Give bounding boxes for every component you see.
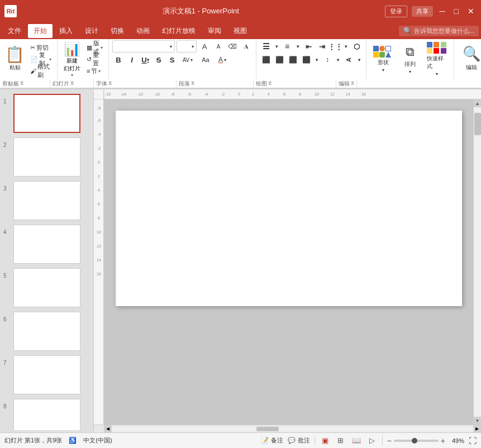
slide-item-4[interactable]: 4 <box>0 222 93 266</box>
font-name-select[interactable]: ▾ <box>112 40 175 53</box>
indent-less-button[interactable]: ⇤ <box>302 40 315 53</box>
zoom-in-button[interactable]: + <box>441 436 445 445</box>
close-button[interactable]: ✕ <box>465 7 477 16</box>
decrease-font-button[interactable]: A <box>212 40 225 53</box>
menu-design[interactable]: 设计 <box>79 24 104 38</box>
editing-label[interactable]: 编辑 ⧖ <box>336 79 357 88</box>
scroll-left-button[interactable]: ◀ <box>104 425 112 433</box>
slide-item-3[interactable]: 3 <box>0 179 93 222</box>
zoom-level[interactable]: 49% <box>447 437 464 444</box>
font-size-select[interactable]: ▾ <box>177 40 197 53</box>
accessibility-button[interactable]: ♿ <box>69 437 77 444</box>
zoom-slider[interactable] <box>394 440 439 442</box>
menu-insert[interactable]: 插入 <box>54 24 78 38</box>
font-color-button[interactable]: A ▾ <box>215 54 230 66</box>
arrange-button[interactable]: ⧉ 排列 ▾ <box>399 41 421 77</box>
scroll-track[interactable] <box>474 107 482 417</box>
clipboard-label[interactable]: 剪贴板 ⧖ <box>0 79 50 88</box>
zoom-out-button[interactable]: − <box>387 436 392 445</box>
svg-text:-4: -4 <box>204 92 208 96</box>
align-right-button[interactable]: ⬛ <box>287 54 299 66</box>
notes-button[interactable]: 📝 备注 <box>261 436 283 445</box>
numbering-dropdown[interactable]: ▾ <box>294 40 301 53</box>
indent-more-button[interactable]: ⇥ <box>316 40 328 53</box>
align-left-button[interactable]: ⬛ <box>260 54 272 66</box>
drawing-label[interactable]: 绘图 ⧖ <box>254 79 336 88</box>
increase-font-button[interactable]: A <box>198 40 211 53</box>
text-direction-dropdown[interactable]: ▾ <box>356 54 363 66</box>
menu-review[interactable]: 审阅 <box>202 24 227 38</box>
scroll-right-button[interactable]: ▶ <box>473 425 481 433</box>
menu-home[interactable]: 开始 <box>28 24 53 38</box>
align-dropdown[interactable]: ▾ <box>313 54 320 66</box>
menu-slideshow[interactable]: 幻灯片放映 <box>156 24 201 38</box>
view-reading-button[interactable]: 📖 <box>351 435 362 446</box>
svg-text:-12: -12 <box>137 92 143 96</box>
menu-transitions[interactable]: 切换 <box>105 24 130 38</box>
view-sorter-button[interactable]: ⊞ <box>335 435 346 446</box>
new-slide-button[interactable]: 📊 新建 幻灯片 ▾ <box>61 41 83 77</box>
menu-file[interactable]: 文件 <box>2 24 27 38</box>
title-bar-left: Rit <box>4 5 17 17</box>
share-button[interactable]: 共享 <box>412 6 433 17</box>
bullets-dropdown[interactable]: ▾ <box>273 40 280 53</box>
italic-button[interactable]: I <box>126 54 138 66</box>
fit-slide-button[interactable]: ⛶ <box>469 436 477 445</box>
h-scroll-track[interactable]: ◀ ▶ <box>104 425 481 432</box>
spacing-button[interactable]: AV▾ <box>179 54 196 66</box>
columns-dropdown[interactable]: ▾ <box>342 40 349 53</box>
slide-item-2[interactable]: 2 <box>0 135 93 179</box>
text-direction-button[interactable]: A <box>342 54 355 66</box>
scroll-up-button[interactable]: ▲ <box>474 99 482 107</box>
line-spacing-button[interactable]: ↕ <box>321 54 334 66</box>
slide-canvas-area[interactable] <box>104 99 473 425</box>
app-icon: Rit <box>4 5 17 17</box>
section-button[interactable]: ≡ 节 ▾ <box>84 65 105 77</box>
h-scroll-thumb[interactable] <box>256 427 279 431</box>
underline-button[interactable]: U▾ <box>139 54 151 66</box>
align-center-button[interactable]: ⬛ <box>273 54 285 66</box>
comments-button[interactable]: 💬 批注 <box>288 436 310 445</box>
slide-item-6[interactable]: 6 <box>0 309 93 353</box>
language-indicator[interactable]: 中文(中国) <box>83 436 112 445</box>
view-normal-button[interactable]: ▣ <box>320 435 331 446</box>
slide-item-8[interactable]: 8 <box>0 397 93 430</box>
menu-animations[interactable]: 动画 <box>131 24 155 38</box>
reset-button[interactable]: ↺ 重置 <box>84 54 105 65</box>
slides-label[interactable]: 幻灯片 ⧖ <box>50 79 94 88</box>
columns-button[interactable]: ⋮⋮ <box>329 40 341 53</box>
maximize-button[interactable]: □ <box>452 7 461 16</box>
font-color-picker[interactable]: 𝐀 <box>240 40 253 53</box>
numbering-button[interactable]: ≡ <box>281 40 293 53</box>
ribbon-search-bar[interactable]: 🔍 告诉我您想要做什么... <box>399 26 479 36</box>
bullets-button[interactable]: ☰ <box>260 40 272 53</box>
font-label[interactable]: 字体 ⧖ <box>94 79 177 88</box>
format-painter-button[interactable]: 🖌 格式刷 <box>28 65 54 77</box>
bold-button[interactable]: B <box>112 54 125 66</box>
minimize-button[interactable]: ─ <box>437 7 447 16</box>
clear-format-button[interactable]: ⌫ <box>226 40 239 53</box>
scroll-down-button[interactable]: ▼ <box>474 417 482 425</box>
horizontal-scrollbar[interactable]: ◀ ▶ <box>94 425 481 432</box>
find-button[interactable]: 🔍 编辑 <box>458 40 481 76</box>
slide-item-5[interactable]: 5 <box>0 266 93 309</box>
paste-button[interactable]: 📋 粘贴 <box>3 41 27 77</box>
justify-button[interactable]: ⬛ <box>300 54 312 66</box>
quick-styles-button[interactable]: 快速样式 ▾ <box>423 41 450 77</box>
menu-view[interactable]: 视图 <box>228 24 253 38</box>
smartart-button[interactable]: ⬡ <box>350 40 363 53</box>
shadow-button[interactable]: S <box>166 54 178 66</box>
h-scroll-area[interactable] <box>112 427 473 431</box>
login-button[interactable]: 登录 <box>385 6 407 17</box>
vertical-scrollbar[interactable]: ▲ ▼ <box>473 99 481 425</box>
scroll-thumb[interactable] <box>474 113 481 135</box>
char-spacing-button[interactable]: Aa <box>197 54 214 66</box>
view-slideshow-button[interactable]: ▷ <box>366 435 378 446</box>
strikethrough-button[interactable]: S <box>153 54 165 66</box>
paragraph-label[interactable]: 段落 ⧖ <box>177 79 254 88</box>
slide-item-7[interactable]: 7 <box>0 353 93 397</box>
line-spacing-dropdown[interactable]: ▾ <box>335 54 341 66</box>
reset-icon: ↺ <box>87 56 92 63</box>
shapes-button[interactable]: 形状 ▾ <box>370 41 397 77</box>
slide-item-1[interactable]: 1 <box>0 92 93 135</box>
